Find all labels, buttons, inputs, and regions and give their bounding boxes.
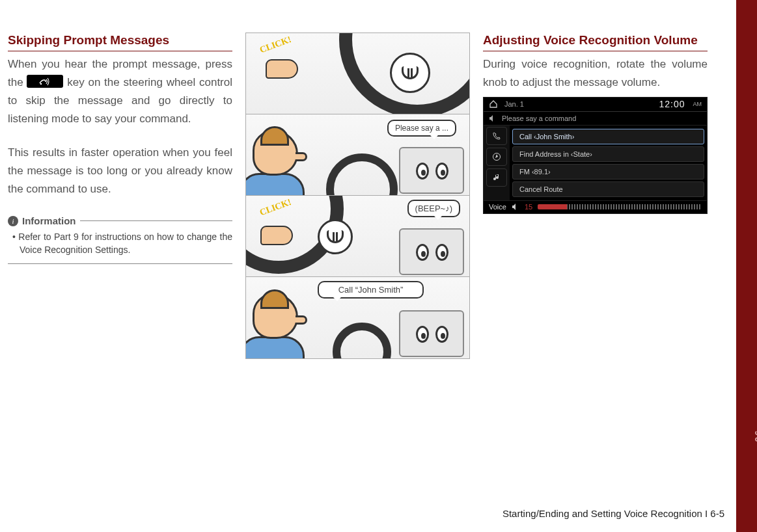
comic-panel-3: CLICK! (BEEP~♪)	[246, 196, 469, 277]
comic-panel-2: Please say a ...	[246, 114, 469, 196]
info-icon: i	[8, 216, 18, 226]
phone-icon	[486, 127, 507, 145]
screen-side-icons	[484, 126, 510, 200]
wheel-voice-icon	[318, 219, 353, 254]
steering-wheel	[333, 323, 391, 358]
screen-ampm: AM	[693, 101, 702, 107]
comic-panel-1: CLICK!	[246, 33, 469, 114]
list-item: Cancel Route	[512, 181, 704, 197]
infotainment-screenshot: Jan. 1 12:00 AM Please say a command Cal…	[483, 97, 708, 214]
compass-icon	[486, 148, 507, 166]
speech-bubble-prompt: Please say a ...	[387, 120, 456, 137]
driver	[246, 130, 318, 196]
chapter-side-tab: 06	[736, 0, 757, 532]
voice-label: Voice	[489, 203, 506, 211]
divider	[8, 263, 232, 264]
column-middle: CLICK! Please say a ... CLICK! (BEEP~♪)	[245, 33, 470, 359]
paragraph-skip-1: When you hear the prompt message, press …	[8, 55, 232, 128]
page-footer: Starting/Ending and Setting Voice Recogn…	[502, 508, 724, 519]
section-title-skipping: Skipping Prompt Messages	[8, 33, 232, 51]
speaker-icon	[489, 114, 497, 122]
speaker-icon	[512, 203, 519, 211]
chapter-number: 06	[753, 429, 757, 442]
list-item: FM ‹89.1›	[512, 164, 704, 180]
screen-prompt-text: Please say a command	[502, 114, 576, 122]
paragraph-volume: During voice recognition, rotate the vol…	[483, 55, 708, 92]
information-label: Information	[22, 215, 76, 226]
screen-date: Jan. 1	[504, 100, 652, 108]
list-item: Find Address in ‹State›	[512, 146, 704, 162]
screen-prompt-row: Please say a command	[484, 112, 707, 126]
screen-bottom-bar: Voice 15	[484, 200, 707, 213]
divider	[80, 220, 233, 221]
information-bullet: Refer to Part 9 for instructions on how …	[8, 230, 232, 257]
paragraph-skip-2: This results in faster operation when yo…	[8, 144, 232, 198]
driver	[246, 293, 318, 358]
screen-status-bar: Jan. 1 12:00 AM	[484, 98, 707, 112]
screen-time: 12:00	[659, 99, 685, 109]
dashboard-face	[399, 310, 464, 357]
volume-value: 15	[525, 203, 532, 211]
comic-illustration: CLICK! Please say a ... CLICK! (BEEP~♪)	[245, 33, 470, 359]
list-item: Call ‹John Smith›	[512, 129, 704, 144]
thumb-press	[266, 59, 298, 79]
comic-panel-4: Call “John Smith”	[246, 277, 469, 358]
steering-wheel	[326, 153, 398, 196]
column-right: Adjusting Voice Recognition Volume Durin…	[483, 33, 708, 359]
speech-bubble-command: Call “John Smith”	[318, 281, 424, 299]
volume-bar	[538, 204, 702, 209]
page-columns: Skipping Prompt Messages When you hear t…	[0, 0, 757, 359]
home-icon	[489, 100, 498, 109]
svg-point-0	[40, 83, 42, 85]
column-left: Skipping Prompt Messages When you hear t…	[8, 33, 232, 359]
screen-body: Call ‹John Smith› Find Address in ‹State…	[484, 126, 707, 200]
click-text: CLICK!	[258, 34, 293, 55]
information-header: i Information	[8, 215, 232, 226]
section-title-volume: Adjusting Voice Recognition Volume	[483, 33, 708, 51]
voice-key-icon	[27, 75, 63, 88]
dashboard-face	[399, 147, 464, 194]
dashboard-face	[399, 228, 464, 275]
music-icon	[486, 168, 507, 187]
screen-command-list: Call ‹John Smith› Find Address in ‹State…	[510, 126, 707, 200]
speech-bubble-beep: (BEEP~♪)	[407, 200, 460, 217]
wheel-voice-icon	[390, 53, 430, 93]
